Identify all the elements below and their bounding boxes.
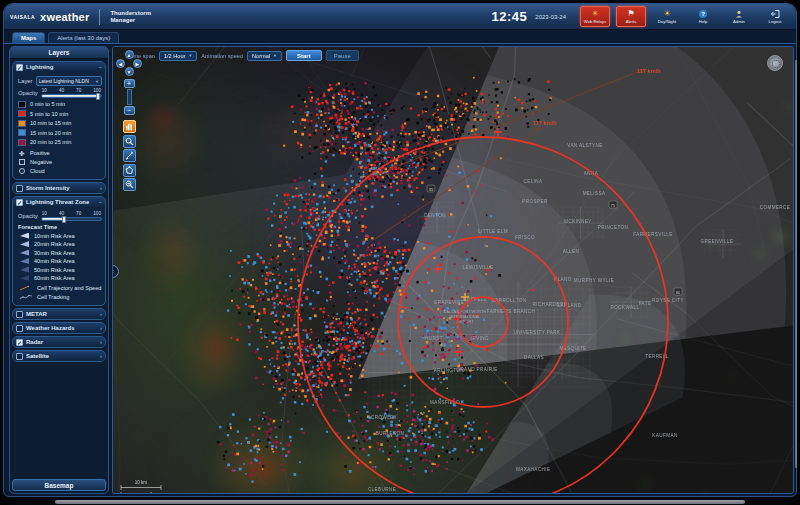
map-city-label: FATE xyxy=(639,301,652,306)
strike-plus-marker xyxy=(454,348,462,356)
satellite-checkbox[interactable] xyxy=(16,353,23,360)
lightning-panel: ✓ Lightning − Layer Latest Lightning NLD… xyxy=(12,61,106,180)
polygon-icon xyxy=(125,166,134,175)
weather-hazards-checkbox[interactable] xyxy=(16,325,23,332)
layers-sidebar: Layers ✓ Lightning − Layer xyxy=(9,46,109,494)
weather-hazards-header[interactable]: Weather Hazards › xyxy=(13,323,105,333)
slider-knob[interactable] xyxy=(96,93,100,100)
map-stage: DENTONCELINAANNAMELISSAPROSPERVAN ALSTYN… xyxy=(113,47,794,494)
zoom-slider[interactable] xyxy=(127,89,132,105)
zoom-box-tool-button[interactable] xyxy=(123,135,136,148)
scale-km-label: 10 km xyxy=(135,480,148,485)
lightning-opacity-slider[interactable]: 10 40 70 100 xyxy=(41,88,102,98)
risk-area-row: 10min Risk Area xyxy=(20,233,102,239)
positive-strike-icon: ✚ xyxy=(18,150,26,157)
range-ring xyxy=(298,137,668,494)
web-relay-icon: ☀ xyxy=(591,9,598,18)
animation-speed-dropdown[interactable]: Normal ▼ xyxy=(247,51,282,61)
map-city-label: ALLEN xyxy=(563,249,580,254)
pan-control: ▲ ◀ ▶ ▼ xyxy=(116,50,142,76)
help-button[interactable]: ? Help xyxy=(688,6,718,27)
expand-caret-icon[interactable]: › xyxy=(100,339,102,345)
expand-caret-icon[interactable]: › xyxy=(100,353,102,359)
airport-label: AIRPORT xyxy=(456,319,474,324)
start-button[interactable]: Start xyxy=(286,50,322,61)
strike-plus-marker xyxy=(494,128,502,136)
negative-strike-row: Negative xyxy=(18,159,102,165)
opacity-label: Opacity xyxy=(18,90,38,96)
satellite-header[interactable]: Satellite › xyxy=(13,351,105,361)
radar-header[interactable]: ✓ Radar › xyxy=(13,337,105,347)
cell-tracking-icon xyxy=(20,294,32,300)
polygon-tool-button[interactable] xyxy=(123,164,136,177)
legend-row: 15 min to 20 min xyxy=(18,129,102,136)
storm-intensity-header[interactable]: Storm Intensity › xyxy=(13,183,105,193)
risk-fan-icon xyxy=(20,233,29,239)
web-relays-button[interactable]: ☀ Web Relays xyxy=(580,6,610,27)
metar-header[interactable]: METAR › xyxy=(13,309,105,319)
storm-intensity-checkbox[interactable] xyxy=(16,185,23,192)
logout-button[interactable]: Logout xyxy=(760,6,790,27)
map-city-label: KAUFMAN xyxy=(652,433,677,438)
risk-fan-icon xyxy=(20,275,29,281)
map-city-label: FRISCO xyxy=(515,235,535,240)
collapse-caret-icon[interactable]: − xyxy=(98,199,102,205)
map-city-label: GREENVILLE xyxy=(701,239,734,244)
tab-maps[interactable]: Maps xyxy=(12,32,45,43)
time-span-dropdown[interactable]: 1/2 Hour ▼ xyxy=(159,51,197,61)
pan-up-button[interactable]: ▲ xyxy=(125,50,134,59)
zoom-out-box-tool-button[interactable] xyxy=(123,178,136,191)
pan-left-button[interactable]: ◀ xyxy=(116,59,125,68)
map-city-label: ROYSE CITY xyxy=(652,298,684,303)
pan-right-button[interactable]: ▶ xyxy=(133,59,142,68)
zoom-in-button[interactable]: + xyxy=(124,79,135,88)
legend-row: 10 min to 15 min xyxy=(18,120,102,127)
map-city-label: CROWLEY xyxy=(371,415,397,420)
threat-zone-checkbox[interactable]: ✓ xyxy=(16,199,23,206)
expand-caret-icon[interactable]: › xyxy=(100,325,102,331)
threat-zone-opacity-slider[interactable]: 10 40 70 100 xyxy=(41,211,102,221)
metar-checkbox[interactable] xyxy=(16,311,23,318)
pan-down-button[interactable]: ▼ xyxy=(125,67,134,76)
cloud-strike-row: Cloud xyxy=(18,168,102,174)
measure-tool-button[interactable] xyxy=(123,149,136,162)
day-night-button[interactable]: ☀ Day/Night xyxy=(652,6,682,27)
tab-bar: Maps Alerts (last 30 days) xyxy=(4,30,796,44)
highway-shield-label: 35 xyxy=(429,187,434,192)
risk-area-row: 20min Risk Area xyxy=(20,241,102,247)
vaisala-logo: VAISALA xyxy=(10,14,35,20)
expand-caret-icon[interactable]: › xyxy=(100,185,102,191)
top-header: VAISALA xweather Thunderstorm Manager 12… xyxy=(4,4,796,30)
map-city-label: FARMERSVILLE xyxy=(633,232,673,237)
map-navigation-controls: ▲ ◀ ▶ ▼ + − xyxy=(116,50,142,191)
pause-button[interactable]: Pause xyxy=(326,50,359,61)
lightning-checkbox[interactable]: ✓ xyxy=(16,64,23,71)
tab-alerts[interactable]: Alerts (last 30 days) xyxy=(48,32,119,43)
alerts-button[interactable]: ⚑ Alerts xyxy=(616,6,646,27)
map-tools xyxy=(123,120,136,191)
date: 2023-03-24 xyxy=(535,14,566,20)
legend-row: 0 min to 5 min xyxy=(18,101,102,108)
sun-icon: ☀ xyxy=(663,9,670,18)
layer-label: Layer xyxy=(18,78,33,84)
map-container[interactable]: DENTONCELINAANNAMELISSAPROSPERVAN ALSTYN… xyxy=(112,46,794,494)
collapse-caret-icon[interactable]: − xyxy=(98,64,102,70)
radar-checkbox[interactable]: ✓ xyxy=(16,339,23,346)
bezel-stand xyxy=(55,500,745,504)
zoom-out-button[interactable]: − xyxy=(124,106,135,115)
threat-zone-header[interactable]: ✓ Lightning Threat Zone − xyxy=(13,197,105,207)
map-overview-button[interactable] xyxy=(767,55,783,71)
map-city-label: COMMERCE xyxy=(760,205,791,210)
expand-caret-icon[interactable]: › xyxy=(100,311,102,317)
risk-fan-icon xyxy=(20,267,29,273)
basemap-button[interactable]: Basemap xyxy=(12,479,106,491)
clock: 12:45 xyxy=(492,9,528,24)
pan-tool-button[interactable] xyxy=(123,120,136,133)
admin-button[interactable]: Admin xyxy=(724,6,754,27)
logout-icon xyxy=(771,9,780,18)
map-city-label: MURPHY xyxy=(574,278,596,283)
slider-knob[interactable] xyxy=(62,216,66,223)
cell-trajectory-line xyxy=(365,69,645,179)
lightning-panel-header[interactable]: ✓ Lightning − xyxy=(13,62,105,72)
lightning-layer-dropdown[interactable]: Latest Lightning NLDN ▼ xyxy=(36,76,102,86)
